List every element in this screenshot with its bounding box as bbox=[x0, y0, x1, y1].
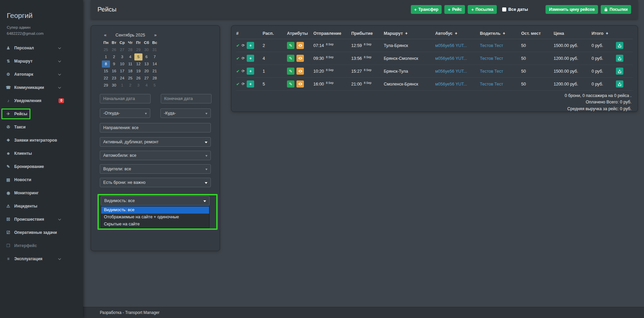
sidebar-item-accidents[interactable]: ☒Происшествия bbox=[0, 213, 83, 226]
edit-button[interactable]: ✎ bbox=[287, 68, 294, 75]
bus-link[interactable]: м056уе56 YUT... bbox=[435, 82, 467, 87]
eye-button[interactable] bbox=[296, 80, 304, 88]
end-date-input[interactable] bbox=[161, 94, 212, 103]
sort-plus-button[interactable]: + bbox=[405, 31, 407, 36]
calendar-day[interactable]: 24 bbox=[118, 75, 126, 82]
sidebar-item-communications[interactable]: ☎Коммуникации bbox=[0, 81, 83, 94]
sidebar-item-tasks[interactable]: ☑Оперативные задачи bbox=[0, 226, 83, 239]
export-button[interactable] bbox=[616, 55, 623, 62]
export-button[interactable] bbox=[616, 42, 623, 49]
to-select[interactable]: -Куда- bbox=[160, 108, 211, 118]
calendar-day[interactable]: 10 bbox=[118, 60, 126, 68]
row-add-button[interactable]: + bbox=[247, 68, 254, 75]
driver-link[interactable]: Тестов Тест bbox=[480, 82, 503, 87]
all-dates-checkbox[interactable] bbox=[502, 7, 506, 11]
repeat-icon[interactable]: ⟳ bbox=[242, 82, 245, 86]
calendar-day-today[interactable]: 5 bbox=[134, 53, 142, 60]
calendar-day[interactable]: 25 bbox=[126, 75, 134, 82]
calendar-day[interactable]: 15 bbox=[102, 68, 110, 75]
parcels-button[interactable]: Посылки bbox=[601, 5, 631, 14]
export-button[interactable] bbox=[616, 80, 623, 88]
calendar-day[interactable]: 9 bbox=[110, 60, 118, 68]
calendar-day[interactable]: 28 bbox=[126, 46, 134, 53]
hidden-filter-input[interactable] bbox=[101, 229, 209, 230]
add-trip-button[interactable]: +Рейс bbox=[444, 5, 465, 14]
calendar-day[interactable]: 2 bbox=[126, 82, 134, 89]
directions-filter[interactable]: Направления: все bbox=[100, 123, 211, 132]
add-transfer-button[interactable]: +Трансфер bbox=[411, 5, 442, 14]
sidebar-item-clients[interactable]: ☻Клиенты bbox=[0, 147, 83, 160]
calendar-day[interactable]: 21 bbox=[151, 68, 159, 75]
sort-plus-button[interactable]: + bbox=[455, 31, 457, 36]
row-add-button[interactable]: + bbox=[247, 42, 254, 49]
export-button[interactable] bbox=[616, 68, 623, 75]
sidebar-item-taxi[interactable]: ✇Такси bbox=[0, 121, 83, 134]
calendar-day[interactable]: 17 bbox=[118, 68, 126, 75]
status-select[interactable]: Активный, дубликат, ремонт bbox=[100, 137, 211, 147]
sort-plus-button[interactable]: + bbox=[503, 31, 505, 36]
edit-button[interactable]: ✎ bbox=[287, 80, 294, 88]
sidebar-item-interface[interactable]: ❐Интерфейс bbox=[0, 239, 83, 252]
sidebar-item-route[interactable]: ⇅Маршрут bbox=[0, 55, 83, 68]
calendar-day[interactable]: 22 bbox=[102, 75, 110, 82]
sidebar-item-trips[interactable]: ✈Рейсы bbox=[0, 107, 83, 121]
calendar-day[interactable]: 1 bbox=[102, 53, 110, 60]
calendar-day[interactable]: 30 bbox=[110, 82, 118, 89]
calendar-day[interactable]: 13 bbox=[142, 60, 151, 68]
calendar-day[interactable]: 20 bbox=[142, 68, 151, 75]
visibility-option[interactable]: Видимость: все bbox=[101, 206, 209, 214]
sidebar-item-booking[interactable]: ✎Бронирование bbox=[0, 160, 83, 173]
calendar-day[interactable]: 23 bbox=[110, 75, 118, 82]
calendar-day[interactable]: 14 bbox=[151, 60, 159, 68]
calendar-day[interactable]: 12 bbox=[134, 60, 142, 68]
calendar-day[interactable]: 25 bbox=[102, 46, 110, 53]
add-parcel-button[interactable]: +Посылка bbox=[468, 5, 497, 14]
driver-link[interactable]: Тестов Тест bbox=[480, 69, 503, 74]
calendar-prev-button[interactable]: « bbox=[102, 32, 109, 38]
calendar-day[interactable]: 31 bbox=[151, 46, 159, 53]
bus-link[interactable]: м056уе56 YUT... bbox=[435, 43, 467, 48]
sidebar-item-integrator-requests[interactable]: ❖Заявки интеграторов bbox=[0, 134, 83, 147]
row-add-button[interactable]: + bbox=[247, 80, 254, 88]
sidebar-item-monitoring[interactable]: ◉Мониторинг bbox=[0, 187, 83, 200]
visibility-select[interactable]: Видимость: все bbox=[101, 196, 209, 205]
driver-link[interactable]: Тестов Тест bbox=[480, 43, 503, 48]
sidebar-item-operations[interactable]: ≡Эксплуатация bbox=[0, 252, 83, 266]
calendar-day[interactable]: 1 bbox=[118, 82, 126, 89]
calendar-day[interactable]: 2 bbox=[110, 53, 118, 60]
sort-plus-button[interactable]: + bbox=[606, 31, 608, 36]
calendar-day[interactable]: 7 bbox=[151, 53, 159, 60]
calendar-next-button[interactable]: » bbox=[152, 32, 159, 38]
calendar-day[interactable]: 16 bbox=[110, 68, 118, 75]
edit-button[interactable]: ✎ bbox=[287, 42, 294, 49]
sidebar-item-incidents[interactable]: ⚠Инциденты bbox=[0, 200, 83, 213]
bus-link[interactable]: м056уе56 YUT... bbox=[435, 56, 467, 61]
calendar-day[interactable]: 29 bbox=[102, 82, 110, 89]
change-price-button[interactable]: Изменить цену рейсов bbox=[546, 5, 598, 14]
repeat-icon[interactable]: ⟳ bbox=[242, 69, 245, 73]
bookings-select[interactable]: Есть брони: не важно bbox=[100, 178, 211, 187]
calendar-day-selected[interactable]: 8 bbox=[102, 60, 110, 68]
from-select[interactable]: -Откуда- bbox=[100, 108, 150, 118]
edit-button[interactable]: ✎ bbox=[287, 55, 294, 62]
calendar-day[interactable]: 30 bbox=[142, 46, 151, 53]
sidebar-item-news[interactable]: ▤Новости bbox=[0, 173, 83, 187]
calendar-day[interactable]: 28 bbox=[151, 75, 159, 82]
eye-button[interactable] bbox=[296, 55, 304, 62]
calendar-day[interactable]: 5 bbox=[151, 82, 159, 89]
calendar-day[interactable]: 4 bbox=[142, 82, 151, 89]
calendar-day[interactable]: 26 bbox=[134, 75, 142, 82]
sidebar-item-personal[interactable]: ♟Персонал bbox=[0, 42, 83, 55]
eye-button[interactable] bbox=[296, 42, 304, 49]
drivers-select[interactable]: Водители: все bbox=[100, 164, 211, 174]
bus-link[interactable]: м056уе56 YUT... bbox=[435, 69, 467, 74]
calendar-day[interactable]: 19 bbox=[134, 68, 142, 75]
calendar-day[interactable]: 18 bbox=[126, 68, 134, 75]
cars-select[interactable]: Автомобили: все bbox=[100, 151, 211, 160]
sidebar-item-notifications[interactable]: ♪Уведомления0 bbox=[0, 94, 83, 107]
calendar-day[interactable]: 27 bbox=[142, 75, 151, 82]
calendar-day[interactable]: 6 bbox=[142, 53, 151, 60]
calendar-day[interactable]: 27 bbox=[118, 46, 126, 53]
calendar-day[interactable]: 26 bbox=[110, 46, 118, 53]
calendar-day[interactable]: 3 bbox=[134, 82, 142, 89]
